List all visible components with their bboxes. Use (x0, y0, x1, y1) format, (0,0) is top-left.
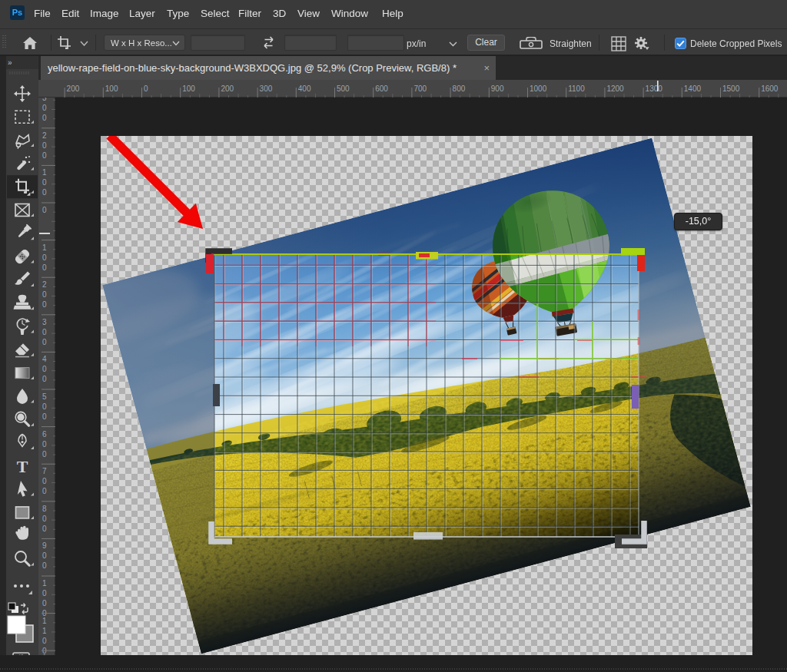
svg-text:2: 2 (42, 131, 47, 140)
svg-text:1: 1 (42, 617, 47, 625)
svg-text:0: 0 (42, 141, 47, 150)
svg-text:9: 9 (42, 541, 47, 550)
svg-text:1: 1 (42, 243, 47, 252)
svg-text:0: 0 (42, 290, 47, 299)
svg-text:600: 600 (375, 84, 388, 93)
svg-text:0: 0 (42, 263, 47, 272)
svg-text:0: 0 (42, 338, 47, 346)
svg-text:3: 3 (42, 98, 47, 102)
svg-text:1400: 1400 (684, 84, 702, 93)
svg-text:400: 400 (298, 84, 311, 93)
svg-text:1: 1 (42, 627, 47, 635)
svg-text:1200: 1200 (606, 84, 624, 93)
svg-text:0: 0 (42, 206, 47, 214)
svg-text:8: 8 (42, 505, 47, 513)
svg-text:0: 0 (42, 487, 47, 495)
svg-text:0: 0 (42, 551, 47, 560)
svg-text:900: 900 (491, 84, 504, 93)
svg-text:0: 0 (42, 637, 47, 645)
svg-text:0: 0 (42, 599, 47, 607)
svg-text:0: 0 (42, 450, 47, 458)
svg-text:T: T (17, 457, 28, 476)
svg-text:1: 1 (42, 168, 47, 177)
svg-text:700: 700 (413, 84, 427, 93)
svg-text:100: 100 (182, 84, 195, 93)
svg-text:0: 0 (42, 365, 47, 373)
svg-text:0: 0 (42, 151, 47, 160)
svg-text:1000: 1000 (530, 84, 547, 93)
svg-text:300: 300 (260, 84, 273, 93)
svg-text:100: 100 (105, 84, 118, 93)
svg-text:5: 5 (42, 392, 47, 401)
svg-text:1100: 1100 (568, 84, 585, 93)
svg-text:0: 0 (42, 253, 47, 262)
svg-text:200: 200 (67, 84, 80, 93)
svg-text:1500: 1500 (722, 84, 740, 93)
svg-text:0: 0 (42, 589, 47, 598)
svg-text:0: 0 (42, 561, 47, 570)
svg-text:1300: 1300 (646, 84, 663, 93)
svg-text:200: 200 (221, 84, 234, 93)
svg-text:4: 4 (42, 355, 47, 363)
svg-text:800: 800 (453, 84, 466, 93)
svg-text:3: 3 (42, 318, 47, 326)
svg-text:6: 6 (42, 430, 47, 439)
svg-text:0: 0 (42, 375, 47, 383)
svg-text:0: 0 (42, 178, 47, 187)
svg-text:0: 0 (42, 328, 47, 336)
svg-text:1: 1 (42, 579, 47, 588)
svg-text:1600: 1600 (761, 84, 779, 93)
svg-text:0: 0 (42, 188, 47, 197)
svg-text:0: 0 (42, 477, 47, 485)
svg-text:2: 2 (42, 280, 47, 289)
svg-text:0: 0 (42, 412, 47, 421)
svg-text:0: 0 (42, 300, 47, 309)
svg-text:7: 7 (42, 467, 47, 475)
svg-text:0: 0 (42, 114, 47, 122)
svg-text:0: 0 (42, 402, 47, 411)
svg-text:0: 0 (42, 515, 47, 523)
svg-text:0: 0 (144, 84, 148, 93)
svg-text:0: 0 (42, 104, 47, 112)
svg-text:0: 0 (42, 440, 47, 449)
svg-text:»: » (8, 58, 12, 67)
svg-text:0: 0 (42, 525, 47, 533)
svg-text:500: 500 (337, 84, 350, 93)
